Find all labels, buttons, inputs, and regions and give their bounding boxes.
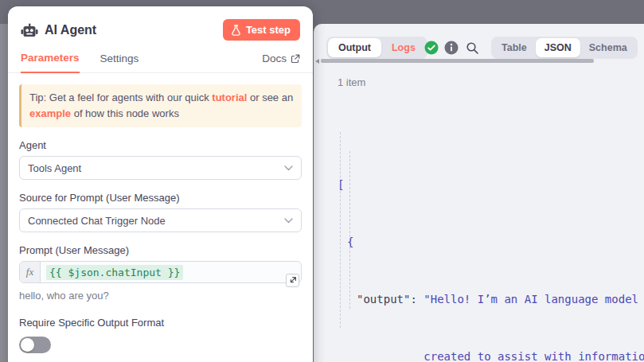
docs-label: Docs <box>262 53 287 64</box>
tab-schema[interactable]: Schema <box>580 38 636 57</box>
expression-resolved-preview: hello, who are you? <box>19 290 302 302</box>
parameters-form: Tip: Get a feel for agents with our quic… <box>8 73 313 353</box>
prompt-source-select[interactable]: Connected Chat Trigger Node <box>19 208 302 232</box>
tip-notice: Tip: Get a feel for agents with our quic… <box>19 84 302 127</box>
output-format-toggle[interactable] <box>19 337 51 353</box>
robot-icon <box>21 22 38 38</box>
prompt-source-label: Source for Prompt (User Message) <box>19 192 302 204</box>
tab-json[interactable]: JSON <box>536 38 580 57</box>
test-step-label: Test step <box>246 24 291 36</box>
chevron-down-icon <box>284 218 293 224</box>
flask-icon <box>231 25 241 36</box>
expression-value: {{ $json.chatInput }} <box>46 265 183 280</box>
horizontal-scrollbar[interactable] <box>321 59 594 63</box>
tab-docs[interactable]: Docs <box>262 53 300 72</box>
toggle-knob <box>21 338 34 352</box>
prompt-source-value: Connected Chat Trigger Node <box>28 215 166 227</box>
json-key: "output": <box>357 293 423 306</box>
agent-select[interactable]: Tools Agent <box>19 156 302 180</box>
node-header: AI Agent Test step <box>8 6 313 41</box>
json-string-value: "Hello! I’m an AI language model <box>423 293 638 306</box>
info-icon[interactable] <box>444 41 459 55</box>
canvas-backdrop-strip <box>0 24 8 362</box>
chevron-down-icon <box>284 165 293 171</box>
tip-text-suffix: of how this node works <box>71 107 179 119</box>
json-line: "output": "Hello! I’m an AI language mod… <box>338 290 644 309</box>
output-logs-switch: Output Logs <box>326 37 427 59</box>
tip-text-middle: or see an <box>247 91 293 103</box>
example-link[interactable]: example <box>29 107 71 119</box>
success-check-icon <box>424 41 439 55</box>
search-icon[interactable] <box>466 41 479 55</box>
node-details-panel: AI Agent Test step Parameters Settings D… <box>8 6 313 362</box>
json-line: [ <box>338 175 644 194</box>
external-link-icon <box>291 54 300 64</box>
json-output-view: [ { "output": "Hello! I’m an AI language… <box>338 99 644 362</box>
prompt-field-label: Prompt (User Message) <box>19 244 302 256</box>
view-mode-switch: Table JSON Schema <box>491 37 638 59</box>
tab-table[interactable]: Table <box>493 38 536 57</box>
expression-input[interactable]: {{ $json.chatInput }} <box>41 262 301 282</box>
json-line: { <box>338 232 644 251</box>
agent-select-value: Tools Agent <box>28 162 81 174</box>
expression-expand-button[interactable] <box>286 274 299 287</box>
tab-parameters[interactable]: Parameters <box>21 52 80 73</box>
tab-logs[interactable]: Logs <box>381 38 426 57</box>
tip-text: Tip: Get a feel for agents with our quic… <box>29 91 212 103</box>
tab-output[interactable]: Output <box>328 38 381 57</box>
expand-corner-icon <box>288 276 297 285</box>
output-panel: Output Logs Table JSON Schema 1 item [ {… <box>314 24 644 362</box>
node-title: AI Agent <box>45 23 223 37</box>
json-line: created to assist with information, <box>338 347 644 362</box>
fx-badge: fx <box>20 262 41 282</box>
node-tabs: Parameters Settings Docs <box>8 41 313 73</box>
agent-field-label: Agent <box>19 139 302 151</box>
scroll-left-arrow-icon[interactable] <box>315 59 319 64</box>
output-format-label: Require Specific Output Format <box>19 317 302 329</box>
test-step-button[interactable]: Test step <box>223 19 300 41</box>
items-count: 1 item <box>338 76 365 88</box>
tab-settings[interactable]: Settings <box>100 53 139 72</box>
tutorial-link[interactable]: tutorial <box>212 91 247 103</box>
prompt-expression-field: fx {{ $json.chatInput }} <box>19 261 302 283</box>
